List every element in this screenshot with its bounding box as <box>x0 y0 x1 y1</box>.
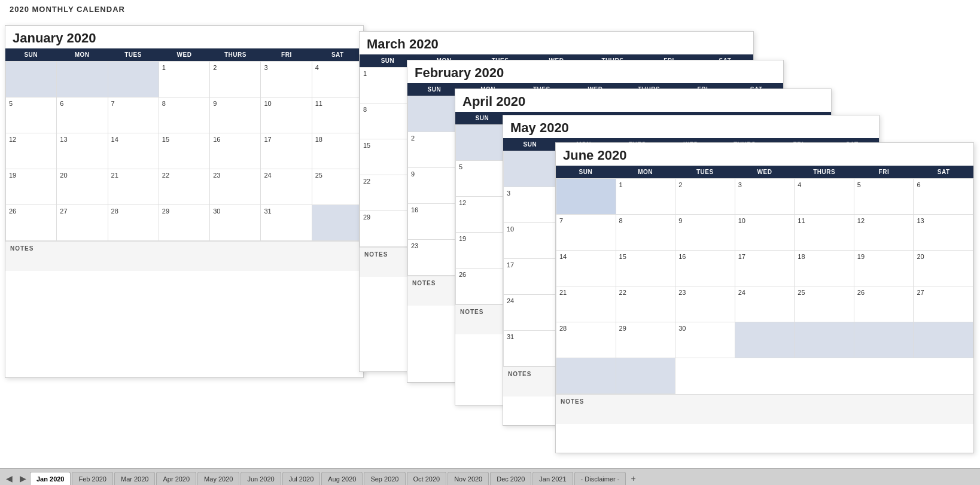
jun-5[interactable]: 5 <box>854 179 914 215</box>
tab-add[interactable]: + <box>627 472 639 485</box>
jun-6[interactable]: 6 <box>914 179 973 215</box>
jan-cell-7[interactable]: 7 <box>108 97 159 133</box>
jun-12[interactable]: 12 <box>854 215 914 251</box>
tab-oct-2020[interactable]: Oct 2020 <box>407 472 447 485</box>
jan-cell-25[interactable]: 25 <box>312 169 363 205</box>
jan-cell-9[interactable]: 9 <box>210 97 261 133</box>
apr-19[interactable]: 19 <box>456 233 510 269</box>
jan-cell-3[interactable]: 3 <box>261 62 312 97</box>
jan-cell-14[interactable]: 14 <box>108 133 159 169</box>
jan-cell-31[interactable]: 31 <box>261 205 312 241</box>
tab-may-2020[interactable]: May 2020 <box>197 472 239 485</box>
apr-26[interactable]: 26 <box>456 269 510 304</box>
jun-11[interactable]: 11 <box>795 215 854 251</box>
tab-scroll-left[interactable]: ◀ <box>2 472 16 485</box>
june-calendar: June 2020 SUN MON TUES WED THURS FRI SAT… <box>555 142 974 453</box>
jan-cell-22[interactable]: 22 <box>159 169 210 205</box>
tab-feb-2020[interactable]: Feb 2020 <box>72 472 112 485</box>
feb-2[interactable]: 2 <box>408 132 462 168</box>
jan-cell-8[interactable]: 8 <box>159 97 210 133</box>
jan-cell-21[interactable]: 21 <box>108 169 159 205</box>
jun-26[interactable]: 26 <box>854 286 914 322</box>
tab-disclaimer[interactable]: - Disclaimer - <box>574 472 626 485</box>
march-title: March 2020 <box>360 32 753 54</box>
tab-sep-2020[interactable]: Sep 2020 <box>364 472 405 485</box>
jan-hdr-thu: THURS <box>210 48 261 61</box>
jun-24[interactable]: 24 <box>735 286 795 322</box>
feb-23[interactable]: 23 <box>408 240 462 276</box>
jan-hdr-mon: MON <box>56 48 107 61</box>
jan-cell-24[interactable]: 24 <box>261 169 312 205</box>
jan-cell-20[interactable]: 20 <box>57 169 108 205</box>
apr-5[interactable]: 5 <box>456 161 510 197</box>
jan-cell-10[interactable]: 10 <box>261 97 312 133</box>
may-17[interactable]: 17 <box>504 259 558 295</box>
jan-cell-16[interactable]: 16 <box>210 133 261 169</box>
jun-23[interactable]: 23 <box>675 286 735 322</box>
page-title: 2020 MONTHLY CALENDAR <box>10 5 125 14</box>
jun-29[interactable]: 29 <box>616 322 676 358</box>
jun-19[interactable]: 19 <box>854 251 914 286</box>
tab-apr-2020[interactable]: Apr 2020 <box>156 472 196 485</box>
jan-cell-2[interactable]: 2 <box>210 62 261 97</box>
jan-cell-28[interactable]: 28 <box>108 205 159 241</box>
tab-dec-2020[interactable]: Dec 2020 <box>490 472 531 485</box>
jan-cell-17[interactable]: 17 <box>261 133 312 169</box>
jan-cell-12[interactable]: 12 <box>6 133 57 169</box>
jun-15[interactable]: 15 <box>616 251 676 286</box>
tab-aug-2020[interactable]: Aug 2020 <box>321 472 363 485</box>
jan-hdr-wed: WED <box>159 48 209 61</box>
january-notes: NOTES <box>5 241 363 271</box>
jan-cell-18[interactable]: 18 <box>312 133 363 169</box>
tab-scroll-right[interactable]: ▶ <box>16 472 30 485</box>
tab-jul-2020[interactable]: Jul 2020 <box>282 472 321 485</box>
jun-30[interactable]: 30 <box>675 322 735 358</box>
tab-nov-2020[interactable]: Nov 2020 <box>448 472 489 485</box>
feb-9[interactable]: 9 <box>408 168 462 204</box>
jun-21[interactable]: 21 <box>556 286 616 322</box>
jun-18[interactable]: 18 <box>795 251 854 286</box>
jan-cell-26[interactable]: 26 <box>6 205 57 241</box>
tab-mar-2020[interactable]: Mar 2020 <box>114 472 155 485</box>
feb-16[interactable]: 16 <box>408 204 462 240</box>
apr-12[interactable]: 12 <box>456 197 510 233</box>
jun-20[interactable]: 20 <box>914 251 973 286</box>
jun-10[interactable]: 10 <box>735 215 795 251</box>
jan-cell-23[interactable]: 23 <box>210 169 261 205</box>
jun-27[interactable]: 27 <box>914 286 973 322</box>
jan-cell-19[interactable]: 19 <box>6 169 57 205</box>
jun-13[interactable]: 13 <box>914 215 973 251</box>
jun-4[interactable]: 4 <box>795 179 854 215</box>
jan-cell-13[interactable]: 13 <box>57 133 108 169</box>
may-10[interactable]: 10 <box>504 223 558 259</box>
jun-3[interactable]: 3 <box>735 179 795 215</box>
april-title: April 2020 <box>455 89 831 112</box>
jan-cell-29[interactable]: 29 <box>159 205 210 241</box>
jan-cell-30[interactable]: 30 <box>210 205 261 241</box>
may-31[interactable]: 31 <box>504 331 558 367</box>
jun-8[interactable]: 8 <box>616 215 676 251</box>
jun-25[interactable]: 25 <box>795 286 854 322</box>
jun-9[interactable]: 9 <box>675 215 735 251</box>
jan-hdr-fri: FRI <box>261 48 312 61</box>
jun-17[interactable]: 17 <box>735 251 795 286</box>
jan-cell-5[interactable]: 5 <box>6 97 57 133</box>
jun-14[interactable]: 14 <box>556 251 616 286</box>
tab-jan-2020[interactable]: Jan 2020 <box>30 472 71 485</box>
may-24[interactable]: 24 <box>504 295 558 331</box>
jun-2[interactable]: 2 <box>675 179 735 215</box>
jan-cell-11[interactable]: 11 <box>312 97 363 133</box>
may-3[interactable]: 3 <box>504 187 558 223</box>
jun-28[interactable]: 28 <box>556 322 616 358</box>
jan-cell-4[interactable]: 4 <box>312 62 363 97</box>
jan-cell-15[interactable]: 15 <box>159 133 210 169</box>
tab-jun-2020[interactable]: Jun 2020 <box>241 472 281 485</box>
jun-22[interactable]: 22 <box>616 286 676 322</box>
tab-jan-2021[interactable]: Jan 2021 <box>532 472 573 485</box>
jan-cell-27[interactable]: 27 <box>57 205 108 241</box>
jun-7[interactable]: 7 <box>556 215 616 251</box>
jan-cell-6[interactable]: 6 <box>57 97 108 133</box>
jun-16[interactable]: 16 <box>675 251 735 286</box>
jan-cell-1[interactable]: 1 <box>159 62 210 97</box>
jun-1[interactable]: 1 <box>616 179 676 215</box>
